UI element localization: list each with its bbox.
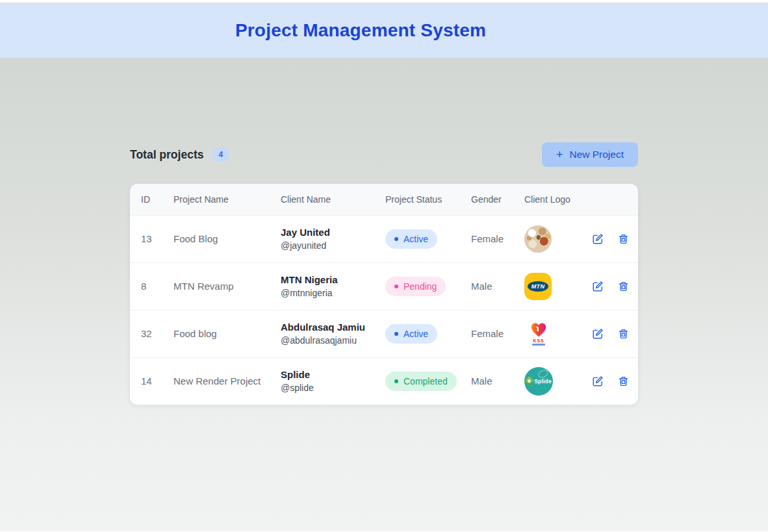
client-logo-food-photo bbox=[524, 225, 552, 253]
project-name-cell: Food Blog bbox=[173, 215, 281, 262]
new-project-button[interactable]: + New Project bbox=[542, 142, 638, 167]
client-logo-splide: Splide bbox=[524, 367, 553, 396]
client-name: Abdulrasaq Jamiu bbox=[281, 321, 385, 334]
actions-cell bbox=[583, 310, 638, 357]
trash-icon bbox=[618, 233, 629, 245]
project-id-cell: 8 bbox=[130, 262, 173, 310]
delete-button[interactable] bbox=[618, 328, 629, 340]
table-row: 13 Food Blog Jay United @jayunited Activ… bbox=[130, 215, 638, 262]
status-dot-icon bbox=[394, 379, 398, 383]
pencil-square-icon bbox=[592, 375, 604, 387]
status-badge: Active bbox=[385, 324, 437, 344]
logo-cell: KSS bbox=[524, 310, 583, 357]
page-title: Project Management System bbox=[0, 20, 721, 41]
project-name-cell: Food blog bbox=[173, 310, 281, 357]
pencil-square-icon bbox=[592, 281, 604, 292]
table-row: 32 Food blog Abdulrasaq Jamiu @abdulrasa… bbox=[130, 310, 638, 357]
total-projects-count-badge: 4 bbox=[212, 147, 229, 162]
total-projects-label: Total projects bbox=[130, 148, 203, 162]
delete-button[interactable] bbox=[618, 281, 629, 292]
actions-cell bbox=[583, 262, 638, 310]
project-id-cell: 13 bbox=[130, 215, 173, 262]
delete-button[interactable] bbox=[618, 233, 629, 245]
client-name: MTN Nigeria bbox=[281, 273, 385, 286]
column-header-client-logo: Client Logo bbox=[524, 184, 583, 215]
table-row: 8 MTN Revamp MTN Nigeria @mtnnigeria Pen… bbox=[130, 262, 638, 310]
gender-cell: Female bbox=[471, 215, 524, 262]
new-project-button-label: New Project bbox=[569, 149, 624, 160]
splide-logo-text: Splide bbox=[534, 378, 552, 385]
plus-icon: + bbox=[556, 149, 563, 160]
status-dot-icon bbox=[394, 237, 398, 241]
status-cell: Pending bbox=[385, 262, 471, 310]
gender-cell: Male bbox=[471, 357, 524, 405]
status-dot-icon bbox=[394, 285, 398, 288]
logo-cell: Splide bbox=[524, 357, 583, 405]
client-handle: @abdulrasaqjamiu bbox=[281, 334, 385, 347]
column-header-gender: Gender bbox=[471, 184, 524, 215]
logo-cell: MTN bbox=[524, 262, 583, 310]
client-cell: Splide @splide bbox=[281, 357, 385, 405]
delete-button[interactable] bbox=[618, 375, 629, 387]
splide-diamond-icon bbox=[524, 376, 535, 386]
heart-icon bbox=[530, 322, 548, 338]
app-header: Project Management System bbox=[0, 3, 768, 58]
status-label: Completed bbox=[403, 376, 448, 386]
status-label: Active bbox=[403, 234, 428, 244]
project-id-cell: 32 bbox=[130, 310, 173, 357]
gender-cell: Male bbox=[471, 262, 524, 310]
client-handle: @jayunited bbox=[281, 239, 385, 252]
client-logo-kss-heart: KSS bbox=[524, 322, 553, 346]
status-badge: Active bbox=[385, 229, 437, 249]
column-header-id: ID bbox=[130, 184, 173, 215]
edit-button[interactable] bbox=[592, 375, 604, 387]
table-body: 13 Food Blog Jay United @jayunited Activ… bbox=[130, 215, 638, 405]
table-header: ID Project Name Client Name Project Stat… bbox=[130, 184, 638, 215]
mtn-logo-text: MTN bbox=[528, 281, 548, 292]
client-cell: Abdulrasaq Jamiu @abdulrasaqjamiu bbox=[281, 310, 385, 357]
project-name-cell: New Render Project bbox=[173, 357, 281, 405]
kss-logo-subtext bbox=[532, 344, 545, 346]
kss-logo-text: KSS bbox=[533, 338, 544, 343]
status-label: Pending bbox=[403, 281, 437, 292]
client-handle: @splide bbox=[281, 381, 385, 394]
actions-cell bbox=[583, 215, 638, 262]
edit-button[interactable] bbox=[592, 233, 604, 245]
trash-icon bbox=[618, 328, 629, 340]
actions-cell bbox=[583, 357, 638, 405]
pencil-square-icon bbox=[592, 233, 604, 245]
status-dot-icon bbox=[394, 332, 398, 336]
main-area: Total projects 4 + New Project ID Projec… bbox=[0, 58, 768, 531]
status-badge: Completed bbox=[385, 372, 457, 391]
project-name-cell: MTN Revamp bbox=[173, 262, 281, 310]
client-cell: Jay United @jayunited bbox=[281, 215, 385, 262]
client-logo-mtn: MTN bbox=[524, 273, 552, 300]
column-header-project-status: Project Status bbox=[385, 184, 471, 215]
status-badge: Pending bbox=[385, 277, 446, 296]
trash-icon bbox=[618, 375, 629, 387]
client-name: Jay United bbox=[281, 226, 385, 239]
trash-icon bbox=[618, 281, 629, 292]
edit-button[interactable] bbox=[592, 281, 604, 292]
column-header-client-name: Client Name bbox=[281, 184, 385, 215]
status-label: Active bbox=[403, 329, 428, 339]
projects-table: ID Project Name Client Name Project Stat… bbox=[130, 184, 638, 405]
column-header-project-name: Project Name bbox=[173, 184, 281, 215]
status-cell: Active bbox=[385, 310, 471, 357]
table-row: 14 New Render Project Splide @splide Com… bbox=[130, 357, 638, 405]
client-name: Splide bbox=[281, 368, 385, 381]
edit-button[interactable] bbox=[592, 328, 604, 340]
pencil-square-icon bbox=[592, 328, 604, 340]
client-cell: MTN Nigeria @mtnnigeria bbox=[281, 262, 385, 310]
gender-cell: Female bbox=[471, 310, 524, 357]
toolbar: Total projects 4 + New Project bbox=[130, 142, 638, 167]
projects-table-card: ID Project Name Client Name Project Stat… bbox=[130, 184, 638, 405]
logo-cell bbox=[524, 215, 583, 262]
project-id-cell: 14 bbox=[130, 357, 173, 405]
status-cell: Completed bbox=[385, 357, 471, 405]
client-handle: @mtnnigeria bbox=[281, 286, 385, 299]
column-header-actions bbox=[583, 184, 638, 215]
status-cell: Active bbox=[385, 215, 471, 262]
